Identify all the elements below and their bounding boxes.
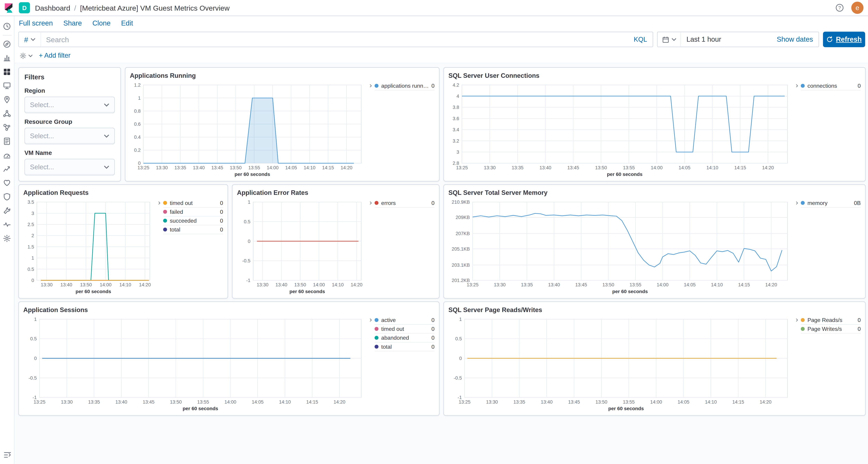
dashboard-grid: Filters Region Select... Resource Group … <box>14 63 868 464</box>
legend-item[interactable]: timed out0 <box>375 325 435 334</box>
series-color-dot <box>801 318 805 322</box>
uptime-icon[interactable] <box>0 176 14 190</box>
legend-toggle-chevron-icon[interactable]: › <box>793 199 801 295</box>
query-language-button[interactable]: KQL <box>628 36 653 43</box>
breadcrumb-dashboard[interactable]: Dashboard <box>35 4 70 12</box>
legend-item[interactable]: Page Reads/s0 <box>801 316 861 325</box>
svg-text:14:05: 14:05 <box>678 399 689 405</box>
svg-text:14:10: 14:10 <box>711 282 723 287</box>
legend-toggle-chevron-icon[interactable]: › <box>793 316 801 412</box>
svg-text:0.5: 0.5 <box>28 267 34 272</box>
edit-button[interactable]: Edit <box>121 20 133 27</box>
legend-toggle-chevron-icon[interactable]: › <box>367 316 375 412</box>
svg-text:13:40: 13:40 <box>548 282 560 287</box>
canvas-icon[interactable] <box>0 79 14 93</box>
legend-item[interactable]: total0 <box>375 342 435 351</box>
dev-tools-icon[interactable] <box>0 204 14 218</box>
svg-text:14:20: 14:20 <box>351 282 363 287</box>
vm-name-select[interactable]: Select... <box>25 159 115 175</box>
show-dates-button[interactable]: Show dates <box>777 36 818 43</box>
legend-series-label: failed <box>170 209 218 215</box>
series-color-dot <box>375 336 378 340</box>
chart-legend: › applications running0 <box>367 81 435 178</box>
legend-item[interactable]: applications running0 <box>375 82 435 90</box>
series-color-dot <box>375 201 378 205</box>
svg-text:14:10: 14:10 <box>279 399 291 405</box>
add-filter-button[interactable]: + Add filter <box>39 52 70 59</box>
help-icon[interactable]: ? <box>832 3 847 12</box>
svg-text:-0.5: -0.5 <box>242 258 250 264</box>
machine-learning-icon[interactable] <box>0 106 14 121</box>
legend-toggle-chevron-icon[interactable]: › <box>155 199 163 295</box>
search-input[interactable] <box>41 35 628 43</box>
logs-icon[interactable] <box>0 134 14 148</box>
svg-text:0: 0 <box>34 355 37 361</box>
clone-button[interactable]: Clone <box>92 20 111 27</box>
saved-query-menu-button[interactable]: # <box>19 32 41 47</box>
svg-text:14:20: 14:20 <box>341 165 352 171</box>
svg-text:-0.5: -0.5 <box>454 375 462 381</box>
page-title: [Metricbeat Azure] VM Guest Metrics Over… <box>80 4 229 12</box>
time-range-label[interactable]: Last 1 hour <box>681 36 777 43</box>
svg-text:14:00: 14:00 <box>267 165 279 171</box>
menu-expand-icon[interactable] <box>0 448 14 461</box>
legend-item[interactable]: memory0B <box>801 199 861 208</box>
maps-icon[interactable] <box>0 93 14 106</box>
region-select[interactable]: Select... <box>25 97 115 113</box>
legend-toggle-chevron-icon[interactable]: › <box>367 199 375 295</box>
legend-item[interactable]: connections0 <box>801 82 861 90</box>
refresh-button[interactable]: Refresh <box>823 32 865 47</box>
svg-text:per 60 seconds: per 60 seconds <box>608 406 644 411</box>
apm-icon[interactable] <box>0 162 14 176</box>
series-color-dot <box>163 219 167 222</box>
gear-icon <box>20 52 27 59</box>
legend-toggle-chevron-icon[interactable]: › <box>793 82 801 178</box>
space-badge[interactable]: D <box>19 2 30 13</box>
dashboard-toolbar: Full screen Share Clone Edit <box>14 16 868 31</box>
svg-text:0.5: 0.5 <box>30 336 37 341</box>
svg-text:per 60 seconds: per 60 seconds <box>607 172 643 177</box>
graph-icon[interactable] <box>0 121 14 134</box>
management-icon[interactable] <box>0 231 14 245</box>
svg-text:13:45: 13:45 <box>143 399 155 405</box>
kibana-logo[interactable] <box>0 3 17 12</box>
siem-icon[interactable] <box>0 190 14 204</box>
stack-monitoring-icon[interactable] <box>0 218 14 231</box>
application-sessions-chart: -1-0.500.5113:2513:3013:3513:4013:4513:5… <box>23 315 367 412</box>
app-nav-rail <box>0 16 14 464</box>
chart-legend: › errors0 <box>367 197 435 295</box>
svg-text:14:05: 14:05 <box>679 165 690 171</box>
metrics-icon[interactable] <box>0 148 14 162</box>
calendar-menu-button[interactable] <box>658 32 681 47</box>
series-color-dot <box>801 201 805 205</box>
share-button[interactable]: Share <box>63 20 82 27</box>
resource-group-select[interactable]: Select... <box>25 128 115 144</box>
legend-item[interactable]: Page Writes/s0 <box>801 325 861 334</box>
svg-text:3: 3 <box>457 149 459 155</box>
legend-item[interactable]: errors0 <box>375 199 435 208</box>
discover-icon[interactable] <box>0 37 14 51</box>
dashboard-icon[interactable] <box>0 65 14 79</box>
panel-title: SQL Server Page Reads/Writes <box>448 305 861 315</box>
legend-item[interactable]: abandoned0 <box>375 334 435 342</box>
svg-text:2: 2 <box>31 233 34 238</box>
svg-text:13:55: 13:55 <box>623 399 635 405</box>
avatar[interactable]: e <box>851 2 864 14</box>
legend-toggle-chevron-icon[interactable]: › <box>367 82 375 178</box>
legend-item[interactable]: failed0 <box>163 208 223 217</box>
legend-item[interactable]: succeeded0 <box>163 217 223 225</box>
legend-item[interactable]: timed out0 <box>163 199 223 208</box>
svg-text:14:10: 14:10 <box>304 165 315 171</box>
filter-options-button[interactable] <box>20 52 33 59</box>
legend-series-label: Page Reads/s <box>807 317 855 323</box>
svg-text:13:30: 13:30 <box>61 399 73 405</box>
svg-text:0.6: 0.6 <box>134 121 141 127</box>
recently-viewed-icon[interactable] <box>0 20 14 33</box>
svg-text:13:40: 13:40 <box>276 282 287 287</box>
visualize-icon[interactable] <box>0 51 14 65</box>
legend-item[interactable]: active0 <box>375 316 435 325</box>
breadcrumb: Dashboard / [Metricbeat Azure] VM Guest … <box>35 4 229 12</box>
full-screen-button[interactable]: Full screen <box>19 20 53 27</box>
svg-text:14:00: 14:00 <box>313 282 325 287</box>
legend-item[interactable]: total0 <box>163 225 223 234</box>
